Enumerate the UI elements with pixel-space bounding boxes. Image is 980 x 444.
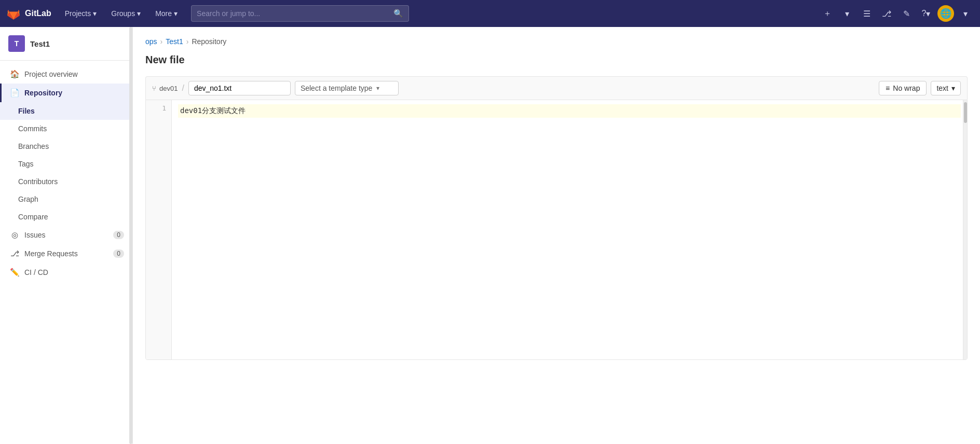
path-separator: / [182,84,184,93]
new-item-button[interactable]: ＋ [819,5,836,22]
sidebar-toggle-button[interactable]: ☰ [859,5,875,22]
help-dropdown-icon: ▾ [926,9,930,19]
text-mode-select[interactable]: text ▾ [931,81,961,95]
search-bar: 🔍 [191,5,409,22]
topnav: GitLab Projects ▾ Groups ▾ More ▾ 🔍 ＋ ▾ … [0,0,980,27]
user-avatar-image: 🌐 [940,8,951,19]
sidebar-scrollbar[interactable] [129,27,132,444]
toolbar-right: ≡ No wrap text ▾ [879,81,961,95]
gitlab-logo-link[interactable]: GitLab [6,6,51,21]
filename-input[interactable] [188,81,291,95]
editor-line-1[interactable]: dev01分支测试文件 [178,104,961,118]
sidebar-item-merge-requests[interactable]: ⎇ Merge Requests 0 [0,244,132,263]
breadcrumb: ops › Test1 › Repository [145,37,968,46]
project-avatar: T [8,35,25,52]
no-wrap-lines-icon: ≡ [886,84,890,92]
sidebar: T Test1 🏠 Project overview 📄 Repository … [0,27,133,444]
page-title: New file [145,54,968,66]
groups-dropdown-icon: ▾ [137,9,141,18]
editor-content[interactable]: dev01分支测试文件 [172,100,967,359]
breadcrumb-sep-2: › [186,37,189,46]
project-name: Test1 [30,39,50,48]
mr-badge: 0 [113,249,124,258]
help-button[interactable]: ? ▾ [918,5,934,22]
sidebar-item-contributors[interactable]: Contributors [0,173,132,190]
merge-requests-icon-button[interactable]: ⎇ [878,5,895,22]
book-icon: 📄 [10,88,19,98]
no-wrap-label: No wrap [893,84,920,92]
main-layout: T Test1 🏠 Project overview 📄 Repository … [0,27,980,444]
sidebar-item-graph[interactable]: Graph [0,190,132,208]
sidebar-item-project-overview[interactable]: 🏠 Project overview [0,65,132,84]
gitlab-wordmark: GitLab [25,9,51,18]
breadcrumb-test1[interactable]: Test1 [166,37,183,46]
breadcrumb-repository: Repository [192,37,226,46]
main-content: ops › Test1 › Repository New file ⑂ dev0… [133,27,980,444]
user-dropdown-button[interactable]: ▾ [957,5,974,22]
more-nav-link[interactable]: More ▾ [150,6,183,21]
editor-scrollbar-thumb[interactable] [964,102,967,123]
sidebar-item-issues[interactable]: ◎ Issues 0 [0,226,132,244]
projects-nav-link[interactable]: Projects ▾ [60,6,102,21]
sidebar-item-branches[interactable]: Branches [0,137,132,155]
branch-icon: ⑂ [152,85,156,92]
issues-badge: 0 [113,231,124,239]
sidebar-item-cicd[interactable]: ✏️ CI / CD [0,263,132,282]
cicd-icon: ✏️ [10,268,19,277]
template-type-select[interactable]: Select a template type ▾ [295,81,399,95]
no-wrap-button[interactable]: ≡ No wrap [879,81,927,95]
sidebar-item-compare[interactable]: Compare [0,208,132,226]
text-mode-label: text [936,84,948,92]
topnav-icons: ＋ ▾ ☰ ⎇ ✎ ? ▾ 🌐 ▾ [819,5,974,22]
sidebar-item-repository[interactable]: 📄 Repository [0,84,132,102]
user-avatar-button[interactable]: 🌐 [937,5,954,22]
sidebar-item-tags[interactable]: Tags [0,155,132,173]
breadcrumb-sep-1: › [160,37,163,46]
more-dropdown-icon: ▾ [174,9,178,18]
editor-area: 1 dev01分支测试文件 [145,100,968,360]
search-input[interactable] [197,9,393,18]
editor-toolbar: ⑂ dev01 / Select a template type ▾ ≡ No … [145,76,968,100]
sidebar-item-files[interactable]: Files [0,102,132,120]
text-mode-chevron-icon: ▾ [951,84,955,92]
branch-indicator: ⑂ dev01 [152,85,178,92]
line-number-1: 1 [146,104,166,112]
template-chevron-icon: ▾ [376,85,379,92]
sidebar-item-commits[interactable]: Commits [0,120,132,137]
editor-line-1-content[interactable]: dev01分支测试文件 [178,105,248,117]
projects-dropdown-icon: ▾ [93,9,97,18]
branch-name: dev01 [159,85,178,92]
breadcrumb-ops[interactable]: ops [145,37,157,46]
groups-nav-link[interactable]: Groups ▾ [106,6,146,21]
issues-icon: ◎ [10,230,19,240]
search-icon: 🔍 [393,9,403,18]
sidebar-project-header: T Test1 [0,27,132,61]
editor-vertical-scrollbar[interactable] [963,100,967,359]
home-icon: 🏠 [10,70,19,79]
template-placeholder-text: Select a template type [301,84,373,92]
issues-icon-button[interactable]: ✎ [898,5,915,22]
sidebar-nav: 🏠 Project overview 📄 Repository Files Co… [0,61,132,286]
mr-icon: ⎇ [10,249,19,258]
new-dropdown-button[interactable]: ▾ [839,5,855,22]
editor-gutter: 1 [146,100,172,359]
